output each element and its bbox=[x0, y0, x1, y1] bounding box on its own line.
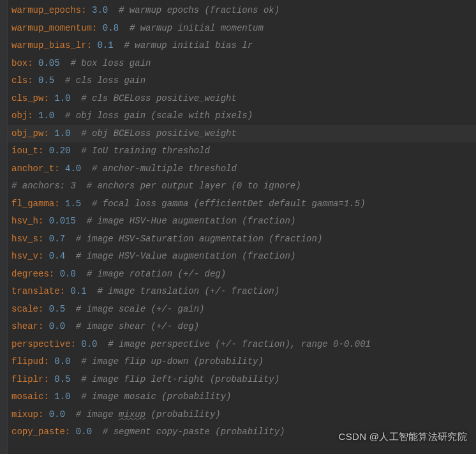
yaml-value: 3.0 bbox=[92, 5, 108, 15]
yaml-key: obj bbox=[11, 110, 27, 121]
yaml-colon: : bbox=[65, 427, 76, 437]
code-line: perspective: 0.0 # image perspective (+/… bbox=[11, 336, 476, 354]
yaml-key: obj_pw bbox=[11, 128, 43, 139]
yaml-value: 0.5 bbox=[38, 75, 54, 86]
yaml-colon: : bbox=[43, 128, 54, 139]
yaml-colon: : bbox=[27, 110, 38, 121]
yaml-comment: # image shear (+/- deg) bbox=[76, 321, 199, 331]
yaml-value: 1.0 bbox=[54, 128, 70, 139]
yaml-value: 0.0 bbox=[60, 269, 76, 279]
code-line: cls_pw: 1.0 # cls BCELoss positive_weigh… bbox=[11, 90, 476, 108]
yaml-colon: : bbox=[54, 163, 65, 174]
yaml-comment: # image flip up-down (probability) bbox=[81, 356, 264, 367]
yaml-colon: : bbox=[87, 40, 98, 50]
yaml-value: 0.0 bbox=[49, 321, 65, 331]
yaml-key: hsv_s bbox=[11, 234, 38, 244]
yaml-comment: # image mixup (probability) bbox=[76, 409, 221, 420]
yaml-colon: : bbox=[54, 199, 65, 209]
yaml-colon: : bbox=[38, 234, 49, 244]
yaml-colon: : bbox=[38, 251, 49, 261]
watermark: CSDN @人工智能算法研究院 bbox=[339, 428, 467, 446]
yaml-key: warmup_momentum bbox=[11, 23, 92, 33]
yaml-key: box bbox=[11, 58, 27, 68]
yaml-value: 0.1 bbox=[97, 40, 113, 50]
code-line: mixup: 0.0 # image mixup (probability) bbox=[11, 406, 476, 424]
code-line: flipud: 0.0 # image flip up-down (probab… bbox=[11, 353, 476, 371]
yaml-key: flipud bbox=[11, 356, 43, 367]
yaml-colon: : bbox=[43, 391, 54, 402]
yaml-colon: : bbox=[38, 146, 49, 156]
yaml-key: degrees bbox=[11, 269, 49, 279]
code-line: hsv_v: 0.4 # image HSV-Value augmentatio… bbox=[11, 248, 476, 266]
code-line: scale: 0.5 # image scale (+/- gain) bbox=[11, 301, 476, 319]
yaml-key: cls bbox=[11, 75, 27, 86]
yaml-key: copy_paste bbox=[11, 427, 65, 437]
yaml-comment: # image perspective (+/- fraction), rang… bbox=[108, 339, 371, 349]
spellcheck-underline: mixup bbox=[119, 409, 145, 420]
yaml-value: 0.0 bbox=[54, 356, 70, 367]
code-line: hsv_s: 0.7 # image HSV-Saturation augmen… bbox=[11, 231, 476, 248]
yaml-value: 0.7 bbox=[49, 234, 65, 244]
yaml-colon: : bbox=[43, 356, 54, 367]
code-line: anchor_t: 4.0 # anchor-multiple threshol… bbox=[11, 160, 476, 178]
yaml-comment: # image HSV-Value augmentation (fraction… bbox=[76, 251, 295, 261]
code-line: cls: 0.5 # cls loss gain bbox=[11, 72, 476, 90]
code-line: degrees: 0.0 # image rotation (+/- deg) bbox=[11, 266, 476, 284]
code-line: translate: 0.1 # image translation (+/- … bbox=[11, 283, 476, 301]
yaml-comment: # box loss gain bbox=[70, 58, 151, 68]
yaml-key: scale bbox=[11, 304, 38, 314]
code-line: mosaic: 1.0 # image mosaic (probability) bbox=[11, 388, 476, 406]
yaml-key: warmup_bias_lr bbox=[11, 40, 87, 50]
yaml-colon: : bbox=[81, 5, 92, 15]
code-line: obj: 1.0 # obj loss gain (scale with pix… bbox=[11, 107, 476, 125]
yaml-key: shear bbox=[11, 321, 38, 331]
yaml-colon: : bbox=[27, 58, 38, 68]
yaml-key: hsv_v bbox=[11, 251, 38, 261]
yaml-value: 1.0 bbox=[54, 93, 70, 103]
yaml-key: mosaic bbox=[11, 391, 43, 402]
yaml-colon: : bbox=[70, 339, 81, 349]
yaml-colon: : bbox=[92, 23, 103, 33]
yaml-value: 1.5 bbox=[65, 199, 81, 209]
yaml-colon: : bbox=[38, 216, 49, 226]
code-line: hsv_h: 0.015 # image HSV-Hue augmentatio… bbox=[11, 213, 476, 231]
yaml-value: 0.5 bbox=[54, 374, 70, 384]
yaml-value: 0.05 bbox=[38, 58, 60, 68]
yaml-comment: # warmup initial bias lr bbox=[124, 40, 253, 50]
yaml-comment: # image HSV-Saturation augmentation (fra… bbox=[76, 234, 322, 244]
yaml-value: 0.0 bbox=[76, 427, 92, 437]
yaml-value: 0.8 bbox=[103, 23, 119, 33]
yaml-comment: # image rotation (+/- deg) bbox=[87, 269, 226, 279]
yaml-key: mixup bbox=[11, 409, 38, 420]
yaml-key: fl_gamma bbox=[11, 199, 54, 209]
yaml-colon: : bbox=[60, 286, 71, 296]
yaml-key: hsv_h bbox=[11, 216, 38, 226]
yaml-comment: # segment copy-paste (probability) bbox=[103, 427, 285, 437]
yaml-value: 1.0 bbox=[38, 110, 54, 121]
yaml-key: fliplr bbox=[11, 374, 43, 384]
yaml-colon: : bbox=[43, 93, 54, 103]
yaml-comment: # image scale (+/- gain) bbox=[76, 304, 205, 314]
code-line: box: 0.05 # box loss gain bbox=[11, 55, 476, 73]
yaml-colon: : bbox=[49, 269, 60, 279]
yaml-colon: : bbox=[38, 321, 49, 331]
yaml-colon: : bbox=[38, 409, 49, 420]
yaml-comment: # anchors: 3 # anchors per output layer … bbox=[11, 181, 301, 191]
yaml-value: 0.015 bbox=[49, 216, 76, 226]
code-line: fl_gamma: 1.5 # focal loss gamma (effici… bbox=[11, 195, 476, 213]
yaml-value: 0.0 bbox=[81, 339, 97, 349]
yaml-comment: # anchor-multiple threshold bbox=[92, 163, 237, 174]
yaml-comment: # image flip left-right (probability) bbox=[81, 374, 279, 384]
yaml-key: warmup_epochs bbox=[11, 5, 81, 15]
yaml-value: 4.0 bbox=[65, 163, 81, 174]
yaml-value: 0.0 bbox=[49, 409, 65, 420]
yaml-colon: : bbox=[43, 374, 54, 384]
yaml-comment: # image mosaic (probability) bbox=[81, 391, 231, 402]
yaml-colon: : bbox=[38, 304, 49, 314]
yaml-comment: # warmup initial momentum bbox=[130, 23, 264, 33]
yaml-comment: # image translation (+/- fraction) bbox=[97, 286, 279, 296]
yaml-value: 0.1 bbox=[70, 286, 86, 296]
yaml-key: cls_pw bbox=[11, 93, 43, 103]
yaml-key: anchor_t bbox=[11, 163, 54, 174]
yaml-comment: # image HSV-Hue augmentation (fraction) bbox=[87, 216, 296, 226]
